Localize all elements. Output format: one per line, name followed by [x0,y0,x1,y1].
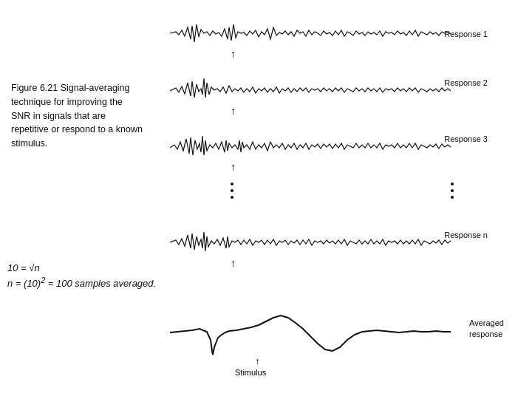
dots-left [231,183,233,199]
dot-r1 [451,183,454,185]
signal-waveform-n [170,220,451,265]
averaged-stimulus-arrow: ↑ [255,355,260,366]
caption-text: Figure 6.21 Signal-averaging technique f… [11,83,143,149]
response-label-1: Response 1 [444,30,488,38]
arrow-n: ↑ [231,257,236,269]
dot-3 [231,196,233,199]
formula-2: n = (10)2 = 100 n = (10)² = 100 samples … [7,276,229,289]
averaged-response-row: ↑ Stimulus Averaged response [148,296,525,377]
signal-waveform-2 [170,68,451,112]
formula-area: 10 = √n n = (10)2 = 100 n = (10)² = 100 … [7,262,229,291]
averaged-label-text: Averaged response [469,318,504,338]
signal-waveform-3 [170,124,451,168]
dot-2 [231,189,233,192]
dot-1 [231,183,233,185]
arrow-3: ↑ [231,161,236,173]
response-label-n: Response n [444,231,488,239]
response-label-2: Response 2 [444,78,488,87]
arrow-2: ↑ [231,105,236,117]
formula-1: 10 = √n [7,262,229,273]
response-label-3: Response 3 [444,134,488,143]
averaged-waveform [170,299,451,366]
dot-r2 [451,189,454,192]
averaged-response-label: Averaged response [469,318,525,341]
dot-r3 [451,196,454,199]
stimulus-text: Stimulus [235,368,266,377]
response-row-1: ↑ Response 1 [148,7,488,61]
page-container: Figure 6.21 Signal-averaging technique f… [0,0,532,399]
dots-right [451,183,454,199]
figure-caption: Figure 6.21 Signal-averaging technique f… [11,81,144,151]
stimulus-label: Stimulus [235,368,266,377]
signal-waveform-1 [170,11,451,55]
arrow-1: ↑ [231,48,236,60]
